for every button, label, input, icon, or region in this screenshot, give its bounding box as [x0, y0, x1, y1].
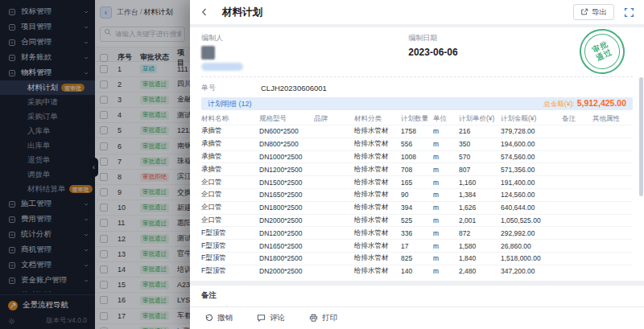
plan-detail-tab[interactable]: 计划明细 (12) [208, 99, 252, 109]
material-row: 承插管DN600*2500给排水管材1758m216379,728.00 [201, 125, 633, 138]
material-col-header: 计划金额(¥) [501, 114, 560, 124]
material-cell: DN1000*2500 [259, 153, 312, 161]
remark-card: 备注 暂无备注 [190, 286, 644, 306]
material-cell: 1758 [401, 127, 431, 135]
material-cell: 给排水管材 [354, 165, 399, 175]
material-row: F型顶管DN1200*2500给排水管材336m872292,992.00 [201, 226, 633, 239]
material-cell: DN2000*2500 [259, 267, 312, 275]
material-cell: m [433, 166, 457, 174]
action-label: 打印 [322, 313, 337, 323]
material-cell: 给排水管材 [354, 216, 399, 225]
material-col-header: 计划数量 [401, 114, 431, 124]
remark-empty-text: 暂无备注 [201, 305, 633, 306]
material-col-header: 材料分类 [354, 114, 399, 124]
material-cell: m [433, 216, 457, 224]
material-cell: 给排水管材 [354, 253, 399, 263]
print-button[interactable]: 打印 [309, 313, 337, 323]
material-cell: m [433, 204, 457, 212]
material-cell: 给排水管材 [354, 190, 399, 199]
detail-drawer: 材料计划 导出 编制人 编制日期 2 [190, 0, 644, 329]
material-cell: DN2000*2500 [259, 216, 312, 224]
material-table-header: 材料名称规格型号品牌材料分类计划数量单位计划单价(¥)计划金额(¥)备注其他属性 [201, 113, 633, 125]
material-cell: 825 [401, 254, 431, 262]
material-col-header: 备注 [562, 114, 591, 124]
material-cell: 2,001 [459, 216, 499, 224]
material-cell: 140 [401, 267, 431, 275]
remark-label: 备注 [201, 290, 633, 301]
material-cell: 872 [459, 229, 499, 237]
material-cell: F型顶管 [201, 253, 258, 263]
undo-button[interactable]: 撤销 [204, 313, 233, 323]
print-icon [309, 314, 318, 323]
material-cell: m [433, 140, 457, 148]
material-cell: 1,050,525.00 [501, 216, 560, 224]
material-cell: 承插管 [201, 165, 258, 175]
material-cell: DN1650*2500 [259, 191, 312, 199]
material-cell: m [433, 267, 457, 275]
material-cell: DN1800*2500 [259, 254, 312, 262]
material-cell: 企口管 [201, 190, 258, 199]
material-cell: 2,480 [459, 267, 499, 275]
fullscreen-icon[interactable] [624, 7, 634, 18]
material-cell: m [433, 191, 457, 199]
material-col-header: 计划单价(¥) [459, 114, 499, 124]
material-col-header: 材料名称 [201, 114, 258, 124]
date-label: 编制日期 [408, 33, 457, 43]
creator-label: 编制人 [201, 33, 408, 43]
drawer-scrollbar[interactable] [639, 77, 643, 196]
material-cell: 给排水管材 [354, 152, 399, 162]
sidebar-collapse-toggle[interactable]: ‹ [89, 158, 98, 177]
material-cell: 191,400.00 [501, 179, 560, 187]
comment-button[interactable]: 评论 [257, 313, 285, 323]
material-cell: 给排水管材 [354, 203, 399, 212]
material-cell: 17 [401, 242, 431, 250]
material-cell: 124,560.00 [501, 191, 560, 199]
material-cell: 给排水管材 [354, 228, 399, 238]
material-cell: 承插管 [201, 139, 258, 149]
material-cell: 给排水管材 [354, 126, 399, 136]
material-cell: 1,626 [459, 204, 499, 212]
material-col-header: 其他属性 [592, 114, 633, 124]
material-cell: 350 [459, 140, 499, 148]
material-cell: DN800*2500 [259, 140, 312, 148]
divider [201, 76, 633, 77]
material-cell: 640,644.00 [501, 204, 560, 212]
material-cell: F型顶管 [201, 228, 258, 238]
undo-icon [204, 314, 213, 323]
material-cell: 556 [401, 140, 431, 148]
material-cell: 336 [401, 229, 431, 237]
material-cell: 525 [401, 216, 431, 224]
material-cell: m [433, 179, 457, 187]
material-cell: DN1500*2500 [259, 179, 312, 187]
export-button[interactable]: 导出 [573, 4, 614, 20]
material-cell: 708 [401, 166, 431, 174]
material-cell: 企口管 [201, 203, 258, 212]
material-col-header: 品牌 [314, 114, 353, 124]
plan-detail-bar: 计划明细 (12) 总金额(¥): 5,912,425.00 [201, 97, 633, 110]
material-cell: 570 [459, 153, 499, 161]
material-cell: 企口管 [201, 216, 258, 225]
material-row: F型顶管DN2000*2500给排水管材140m2,480347,200.00 [201, 265, 633, 278]
material-cell: 给排水管材 [354, 266, 399, 276]
date-value: 2023-06-06 [408, 47, 457, 58]
material-cell: DN1650*2500 [259, 242, 312, 250]
material-cell: 承插管 [201, 126, 258, 136]
material-row: 企口管DN2000*2500给排水管材525m2,0011,050,525.00 [201, 214, 633, 227]
material-cell: 394 [401, 204, 431, 212]
material-col-header: 单位 [433, 114, 457, 124]
drawer-header: 材料计划 导出 [190, 0, 644, 24]
export-icon [580, 8, 588, 16]
drawer-body: 编制人 编制日期 2023-06-06 单号 CLJH20230606001 计… [190, 24, 644, 306]
avatar [201, 46, 215, 60]
drawer-footer: 撤销评论打印 [190, 306, 644, 329]
material-cell: m [433, 127, 457, 135]
drawer-back-button[interactable] [200, 7, 209, 17]
material-cell: 216 [459, 127, 499, 135]
material-cell: 1,160 [459, 179, 499, 187]
material-cell: 90 [401, 191, 431, 199]
material-cell: 1008 [401, 153, 431, 161]
material-cell: 给排水管材 [354, 139, 399, 149]
material-col-header: 规格型号 [259, 114, 312, 124]
material-row: F型顶管DN1650*2500给排水管材17m1,58026,860.00 [201, 239, 633, 252]
total-amount-label: 总金额(¥): [543, 100, 574, 109]
